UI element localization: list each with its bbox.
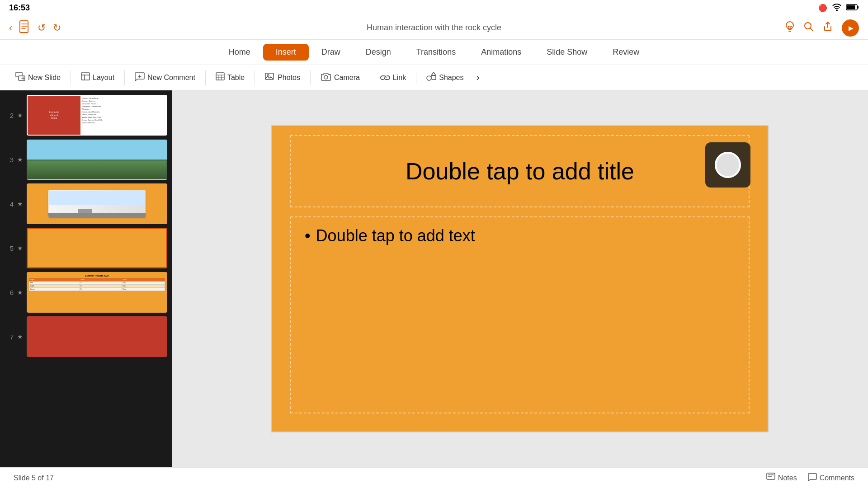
slide-item-6[interactable]: 6 ★ Summer Results 2020 Subject Grade Re… bbox=[5, 272, 167, 313]
photos-icon bbox=[265, 72, 275, 83]
layout-icon bbox=[81, 72, 90, 83]
separator-6 bbox=[370, 70, 370, 85]
status-icons: 🔴 bbox=[818, 4, 859, 13]
slide-number-7: 7 bbox=[5, 333, 14, 341]
new-comment-button[interactable]: New Comment bbox=[128, 69, 202, 86]
title-bar: ‹ ↺ ↻ Human interaction with the rock cy… bbox=[0, 16, 868, 40]
more-button[interactable]: › bbox=[472, 69, 484, 86]
svg-rect-14 bbox=[432, 75, 436, 80]
slide-item-3[interactable]: 3 ★ bbox=[5, 139, 167, 180]
slide-thumb-4[interactable] bbox=[27, 183, 167, 224]
slide-number-6: 6 bbox=[5, 289, 14, 296]
slide-panel: 2 ★ EconomicValue ofRocks Tourism: Hill … bbox=[0, 90, 172, 467]
separator-3 bbox=[205, 70, 206, 85]
shapes-button[interactable]: Shapes bbox=[420, 69, 470, 86]
undo-icon[interactable]: ↺ bbox=[38, 22, 46, 34]
redo-icon[interactable]: ↻ bbox=[53, 22, 61, 34]
slide-thumb-2[interactable]: EconomicValue ofRocks Tourism: Hill walk… bbox=[27, 95, 167, 136]
slide-canvas[interactable]: Double tap to add title • Double tap to … bbox=[271, 125, 769, 432]
slide-star-3: ★ bbox=[17, 156, 23, 163]
file-icon[interactable] bbox=[19, 20, 30, 36]
bulb-icon[interactable] bbox=[785, 21, 795, 35]
layout-button[interactable]: Layout bbox=[75, 70, 121, 85]
link-label: Link bbox=[393, 74, 406, 82]
camera-button[interactable]: Camera bbox=[314, 69, 366, 86]
slide-content-placeholder: Double tap to add text bbox=[316, 226, 475, 245]
title-bar-left: ‹ ↺ ↻ bbox=[9, 20, 61, 36]
battery-icon bbox=[846, 4, 859, 13]
link-button[interactable]: Link bbox=[374, 70, 412, 85]
bottom-bar: Slide 5 of 17 Notes Comments bbox=[0, 467, 868, 488]
notes-label: Notes bbox=[778, 474, 797, 482]
svg-rect-9 bbox=[216, 73, 224, 80]
back-icon[interactable]: ‹ bbox=[9, 22, 12, 34]
camera-overlay bbox=[705, 142, 750, 188]
slide-number-2: 2 bbox=[5, 112, 14, 119]
slide-number-5: 5 bbox=[5, 244, 14, 252]
slide-thumb-5[interactable] bbox=[27, 228, 167, 268]
new-comment-icon bbox=[135, 72, 145, 83]
notes-button[interactable]: Notes bbox=[766, 473, 797, 483]
title-bar-right bbox=[785, 19, 859, 37]
tab-home[interactable]: Home bbox=[216, 44, 263, 61]
play-button[interactable] bbox=[842, 19, 859, 37]
slide-item-2[interactable]: 2 ★ EconomicValue ofRocks Tourism: Hill … bbox=[5, 95, 167, 136]
svg-rect-3 bbox=[20, 21, 28, 33]
separator-7 bbox=[416, 70, 416, 85]
record-icon: 🔴 bbox=[818, 4, 827, 12]
svg-point-12 bbox=[324, 75, 328, 79]
tab-review[interactable]: Review bbox=[600, 44, 652, 61]
shapes-label: Shapes bbox=[439, 74, 463, 82]
notes-icon bbox=[766, 473, 775, 483]
wifi-icon bbox=[832, 4, 842, 13]
camera-feed bbox=[715, 152, 741, 178]
camera-icon bbox=[321, 72, 331, 83]
slide-star-7: ★ bbox=[17, 333, 23, 340]
slide-star-5: ★ bbox=[17, 244, 23, 252]
new-comment-label: New Comment bbox=[147, 74, 195, 82]
photos-label: Photos bbox=[278, 74, 300, 82]
slide-star-6: ★ bbox=[17, 289, 23, 296]
photos-button[interactable]: Photos bbox=[259, 69, 307, 86]
tab-design[interactable]: Design bbox=[353, 44, 404, 61]
comments-label: Comments bbox=[820, 474, 854, 482]
svg-rect-16 bbox=[767, 473, 775, 479]
shapes-icon bbox=[426, 72, 436, 83]
tab-transitions[interactable]: Transitions bbox=[404, 44, 468, 61]
table-icon bbox=[216, 72, 225, 83]
tab-slideshow[interactable]: Slide Show bbox=[534, 44, 600, 61]
slide-star-2: ★ bbox=[17, 112, 23, 119]
slide-title-box[interactable]: Double tap to add title bbox=[290, 135, 750, 207]
tab-insert[interactable]: Insert bbox=[263, 44, 309, 61]
new-slide-icon bbox=[15, 72, 25, 83]
layout-label: Layout bbox=[93, 74, 114, 82]
svg-rect-1 bbox=[857, 6, 859, 9]
slide-thumb-7[interactable] bbox=[27, 316, 167, 357]
share-icon[interactable] bbox=[823, 22, 833, 34]
separator-1 bbox=[71, 70, 71, 85]
svg-marker-15 bbox=[431, 72, 436, 75]
comments-button[interactable]: Comments bbox=[808, 473, 854, 483]
separator-5 bbox=[310, 70, 311, 85]
bullet-icon: • bbox=[305, 226, 311, 245]
table-button[interactable]: Table bbox=[209, 70, 251, 85]
camera-label: Camera bbox=[334, 74, 360, 82]
toolbar: New Slide Layout New Comment Table Photo… bbox=[0, 65, 868, 90]
slide-title-placeholder: Double tap to add title bbox=[406, 158, 634, 185]
tab-animations[interactable]: Animations bbox=[468, 44, 534, 61]
title-bar-title: Human interaction with the rock cycle bbox=[367, 23, 501, 33]
slide-item-4[interactable]: 4 ★ bbox=[5, 183, 167, 224]
new-slide-button[interactable]: New Slide bbox=[9, 69, 67, 86]
slide-item-7[interactable]: 7 ★ bbox=[5, 316, 167, 357]
slide-count: Slide 5 of 17 bbox=[14, 474, 54, 482]
svg-point-13 bbox=[427, 76, 431, 80]
slide-thumb-6[interactable]: Summer Results 2020 Subject Grade Result… bbox=[27, 272, 167, 313]
canvas-area: Double tap to add title • Double tap to … bbox=[172, 90, 868, 467]
bottom-actions: Notes Comments bbox=[766, 473, 854, 483]
svg-rect-2 bbox=[847, 5, 855, 9]
slide-item-5[interactable]: 5 ★ bbox=[5, 228, 167, 268]
tab-draw[interactable]: Draw bbox=[309, 44, 353, 61]
search-icon[interactable] bbox=[804, 22, 814, 34]
slide-content-box[interactable]: • Double tap to add text bbox=[290, 216, 750, 413]
slide-thumb-3[interactable] bbox=[27, 139, 167, 180]
